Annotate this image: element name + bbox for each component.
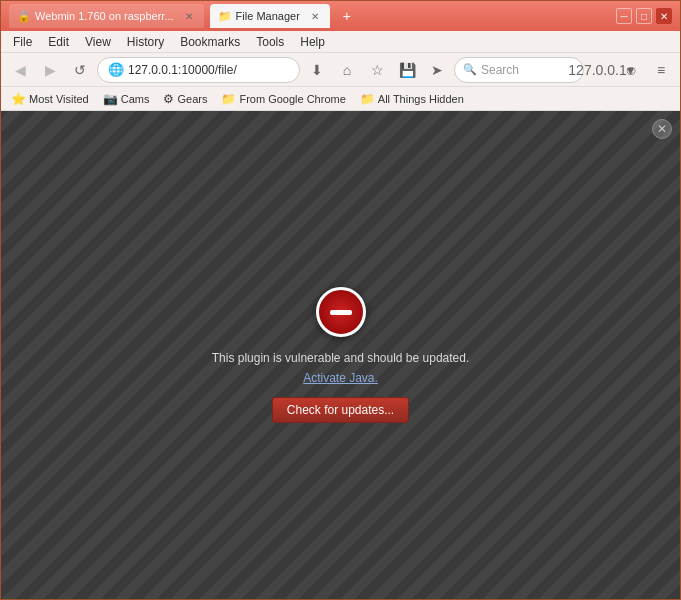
menu-view[interactable]: View [77,33,119,51]
bookmark-icon-all-things-hidden: 📁 [360,92,375,106]
menu-edit[interactable]: Edit [40,33,77,51]
content-area: ✕ This plugin is vulnerable and should b… [1,111,680,599]
bookmark-label-most-visited: Most Visited [29,93,89,105]
search-placeholder: Search [481,63,519,77]
plugin-blocked-icon [316,287,366,337]
tab-label-webmin: Webmin 1.760 on raspberr... [35,10,174,22]
bookmark-most-visited[interactable]: ⭐ Most Visited [7,90,93,108]
tab-close-filemanager[interactable]: ✕ [308,9,322,23]
check-for-updates-button[interactable]: Check for updates... [272,397,409,423]
browser-window: 🔒 Webmin 1.760 on raspberr... ✕ 📁 File M… [0,0,681,600]
plugin-blocked-overlay: ✕ This plugin is vulnerable and should b… [1,111,680,599]
search-icon: 🔍 [463,63,477,76]
bookmark-all-things-hidden[interactable]: 📁 All Things Hidden [356,90,468,108]
menu-history[interactable]: History [119,33,172,51]
titlebar: 🔒 Webmin 1.760 on raspberr... ✕ 📁 File M… [1,1,680,31]
close-button[interactable]: ✕ [656,8,672,24]
tab-filemanager[interactable]: 📁 File Manager ✕ [210,4,330,28]
main-menu-button[interactable]: ≡ [648,57,674,83]
home-button[interactable]: ⌂ [334,57,360,83]
plugin-message: This plugin is vulnerable and should be … [212,351,470,365]
forward-button[interactable]: ▶ [37,57,63,83]
back-button[interactable]: ◀ [7,57,33,83]
user-menu-button[interactable]: 127.0.0.1▾ [588,57,614,83]
menu-file[interactable]: File [5,33,40,51]
bookmark-icon-gears: ⚙ [163,92,174,106]
activate-java-link[interactable]: Activate Java. [303,371,378,385]
bookmarks-bar: ⭐ Most Visited 📷 Cams ⚙ Gears 📁 From Goo… [1,87,680,111]
tabs-area: 🔒 Webmin 1.760 on raspberr... ✕ 📁 File M… [9,4,612,28]
bookmark-label-gears: Gears [177,93,207,105]
search-bar[interactable]: 🔍 Search [454,57,584,83]
tab-webmin[interactable]: 🔒 Webmin 1.760 on raspberr... ✕ [9,4,204,28]
bookmark-label-all-things-hidden: All Things Hidden [378,93,464,105]
download-button[interactable]: ⬇ [304,57,330,83]
bookmark-gears[interactable]: ⚙ Gears [159,90,211,108]
plugin-blocked-bar [330,310,352,315]
bookmark-icon-most-visited: ⭐ [11,92,26,106]
bookmark-icon-cams: 📷 [103,92,118,106]
tab-favicon-webmin: 🔒 [17,10,31,23]
menu-help[interactable]: Help [292,33,333,51]
tab-label-filemanager: File Manager [236,10,300,22]
globe-icon: 🌐 [108,62,124,77]
bookmark-icon-google-chrome: 📁 [221,92,236,106]
bookmark-label-cams: Cams [121,93,150,105]
overlay-close-button[interactable]: ✕ [652,119,672,139]
refresh-button[interactable]: ↺ [67,57,93,83]
menubar: File Edit View History Bookmarks Tools H… [1,31,680,53]
menu-tools[interactable]: Tools [248,33,292,51]
toolbar: ◀ ▶ ↺ 🌐 127.0.0.1:10000/file/ ⬇ ⌂ ☆ 💾 ➤ … [1,53,680,87]
address-bar[interactable]: 🌐 127.0.0.1:10000/file/ [97,57,300,83]
menu-bookmarks[interactable]: Bookmarks [172,33,248,51]
bookmark-from-google-chrome[interactable]: 📁 From Google Chrome [217,90,349,108]
bookmark-star-button[interactable]: ☆ [364,57,390,83]
tab-favicon-filemanager: 📁 [218,10,232,23]
bookmark-cams[interactable]: 📷 Cams [99,90,154,108]
address-text: 127.0.0.1:10000/file/ [128,63,237,77]
minimize-button[interactable]: ─ [616,8,632,24]
window-controls: ─ □ ✕ [616,8,672,24]
bookmark-label-google-chrome: From Google Chrome [239,93,345,105]
maximize-button[interactable]: □ [636,8,652,24]
save-button[interactable]: 💾 [394,57,420,83]
smiley-button[interactable]: ☺ [618,57,644,83]
tab-close-webmin[interactable]: ✕ [182,9,196,23]
new-tab-button[interactable]: + [336,5,358,27]
send-button[interactable]: ➤ [424,57,450,83]
